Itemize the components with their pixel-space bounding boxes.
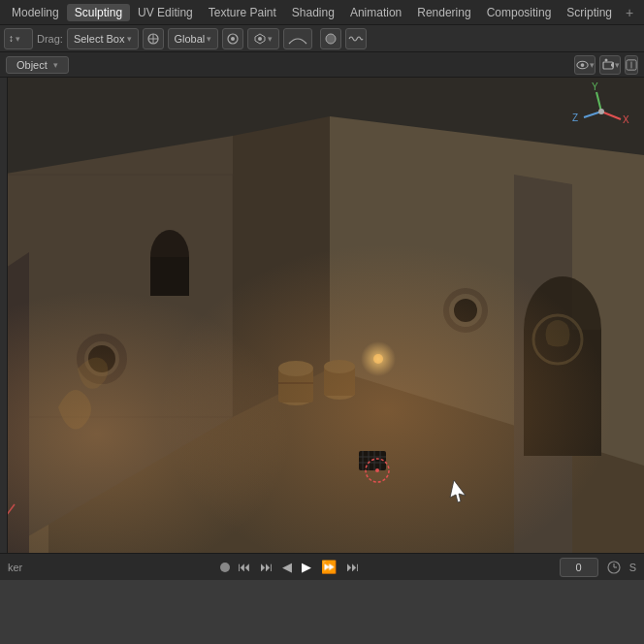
select-box-label: Select Box <box>74 33 125 45</box>
keyframe-dot[interactable] <box>220 563 230 572</box>
select-box-dropdown[interactable]: Select Box ▾ <box>67 28 139 49</box>
menu-item-compositing[interactable]: Compositing <box>479 4 560 21</box>
proportional-icon <box>226 32 240 46</box>
drag-label: Drag: <box>37 33 63 45</box>
toolbar: ↕ ▾ Drag: Select Box ▾ Global ▾ ▾ <box>0 25 644 52</box>
gizmo-arrow: ▾ <box>615 60 620 70</box>
overlay-circle-btn[interactable] <box>320 28 341 49</box>
gizmo-icon <box>601 58 615 72</box>
snap-arrow: ▾ <box>268 34 273 44</box>
waveform-btn[interactable] <box>345 28 367 49</box>
menu-bar: Modeling Sculpting UV Editing Texture Pa… <box>0 0 644 25</box>
menu-item-animation[interactable]: Animation <box>342 4 409 21</box>
clock-icon <box>606 560 622 575</box>
object-mode-label: Object <box>16 59 48 71</box>
add-workspace-button[interactable]: + <box>620 3 639 22</box>
timeline: ker ⏮ ⏭ ◀ ▶ ⏩ ⏭ S <box>0 553 644 580</box>
viewport[interactable]: X Y Z <box>0 78 644 553</box>
eye-icon <box>575 58 590 72</box>
menu-item-rendering[interactable]: Rendering <box>409 4 478 21</box>
global-label: Global <box>175 33 206 45</box>
transform-mode-icon: ↕ <box>9 33 14 44</box>
menu-item-scripting[interactable]: Scripting <box>559 4 620 21</box>
svg-point-5 <box>258 37 262 41</box>
menu-item-shading[interactable]: Shading <box>284 4 342 21</box>
menu-item-texture-paint[interactable]: Texture Paint <box>201 4 284 21</box>
overlay-arrow: ▾ <box>590 60 595 70</box>
transform-mode-arrow: ▾ <box>16 34 20 44</box>
viewport-overlays: ▾ ▾ <box>574 55 638 75</box>
global-arrow: ▾ <box>207 34 211 44</box>
seconds-label: S <box>629 562 636 573</box>
viewport-extra-button[interactable] <box>625 55 638 75</box>
play-back-btn[interactable]: ◀ <box>280 560 294 574</box>
jump-back-btn[interactable]: ⏭ <box>258 560 274 574</box>
waveform-icon <box>348 32 364 46</box>
play-forward-btn[interactable]: ▶ <box>300 560 313 574</box>
global-dropdown[interactable]: Global ▾ <box>168 28 219 49</box>
jump-forward-btn[interactable]: ⏩ <box>319 560 338 574</box>
snap-dropdown[interactable]: ▾ <box>247 28 279 49</box>
viewport-overlay-button[interactable]: ▾ <box>574 55 596 75</box>
jump-to-start-btn[interactable]: ⏮ <box>236 560 252 574</box>
overlay-circle-icon <box>324 32 338 46</box>
extra-icon <box>626 58 637 72</box>
transform-mode-dropdown[interactable]: ↕ ▾ <box>4 28 33 49</box>
svg-point-4 <box>231 37 235 41</box>
falloff-icon <box>287 32 308 46</box>
scene-background <box>0 78 644 553</box>
svg-point-8 <box>581 63 585 67</box>
timeline-label: ker <box>8 562 22 573</box>
snap-icon <box>254 33 266 45</box>
left-tool-strip <box>0 78 8 553</box>
current-frame-input[interactable] <box>560 558 598 577</box>
select-box-arrow: ▾ <box>127 34 132 44</box>
jump-to-end-btn[interactable]: ⏭ <box>344 560 361 574</box>
object-mode-dropdown[interactable]: Object ▾ <box>6 56 69 74</box>
render-timer-icon[interactable] <box>604 558 624 577</box>
menu-item-uv-editing[interactable]: UV Editing <box>130 4 201 21</box>
svg-point-10 <box>604 58 607 61</box>
gizmo-button[interactable]: ▾ <box>599 55 621 75</box>
svg-point-6 <box>326 34 336 44</box>
transform-orientation-icon[interactable] <box>143 28 164 49</box>
menu-item-modeling[interactable]: Modeling <box>4 4 67 21</box>
object-mode-arrow: ▾ <box>53 60 58 70</box>
mode-bar: Object ▾ ▾ ▾ <box>0 52 644 78</box>
proportional-falloff-btn[interactable] <box>283 28 312 49</box>
transform-icon-svg <box>146 32 160 46</box>
proportional-edit-button[interactable] <box>222 28 243 49</box>
menu-item-sculpting[interactable]: Sculpting <box>67 4 130 21</box>
